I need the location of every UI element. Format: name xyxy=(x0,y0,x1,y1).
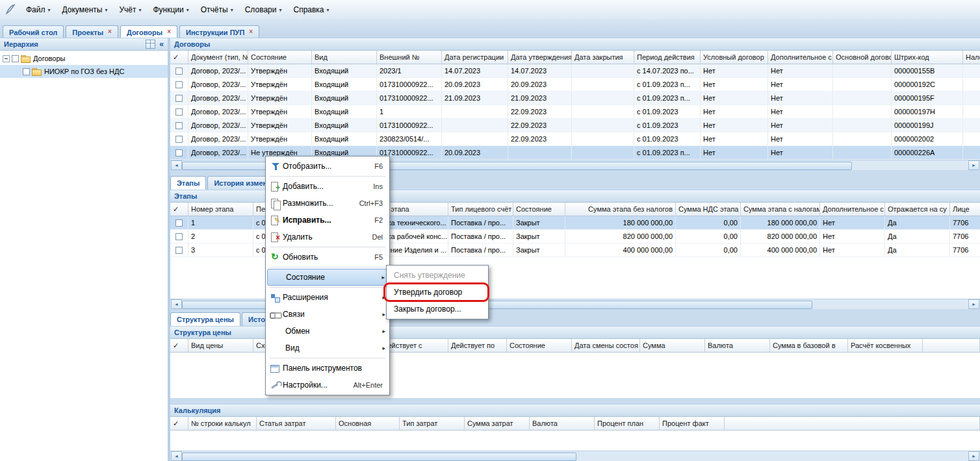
grid-icon[interactable] xyxy=(146,40,155,49)
menu-item-add[interactable]: Добавить...Ins xyxy=(267,178,388,195)
column-header[interactable]: Действует с xyxy=(380,339,448,353)
column-header[interactable]: Процент план xyxy=(595,417,660,430)
table-row[interactable]: Договор, 2023/...УтверждёнВходящий2023/1… xyxy=(170,64,980,78)
close-icon[interactable]: × xyxy=(167,29,171,35)
menubar-item-reports[interactable]: Отчёты▾ xyxy=(196,2,239,18)
scroll-left-icon[interactable]: ◄ xyxy=(171,160,182,170)
column-header[interactable]: Процент факт xyxy=(660,417,725,430)
column-header[interactable]: Сумма этапа без налогов xyxy=(565,203,676,216)
tab-price-structure[interactable]: Структура цены xyxy=(170,312,240,326)
column-header[interactable]: Вид xyxy=(312,51,377,64)
menu-item-view[interactable]: Вид▸ xyxy=(267,340,388,356)
row-checkbox[interactable] xyxy=(175,219,183,227)
column-header[interactable]: Расчёт косвенных xyxy=(848,339,923,353)
scroll-right-icon[interactable]: ► xyxy=(968,299,979,309)
column-header[interactable]: Дата смены состоя xyxy=(572,339,640,353)
column-header[interactable]: Отражается на су xyxy=(885,203,950,216)
column-header[interactable]: Сумма в базовой в xyxy=(770,339,848,353)
scroll-track[interactable] xyxy=(182,452,968,460)
menu-item-links[interactable]: Связи▸ xyxy=(267,306,388,323)
menu-item-edit[interactable]: Исправить...F2 xyxy=(267,212,388,229)
column-header[interactable]: Действует по xyxy=(448,339,507,353)
tree-checkbox[interactable] xyxy=(23,68,30,75)
column-header[interactable]: Статья затрат xyxy=(257,417,336,430)
row-checkbox[interactable] xyxy=(175,136,183,143)
column-header[interactable]: Дата закрытия xyxy=(572,51,634,64)
menubar-item-help[interactable]: Справка▾ xyxy=(288,2,334,18)
column-header[interactable]: Основная xyxy=(336,417,400,430)
collapse-panel-icon[interactable]: « xyxy=(159,40,164,49)
menu-item-settings[interactable]: Настройки...Alt+Enter xyxy=(267,377,388,393)
select-column-header[interactable]: ✓ xyxy=(170,417,188,430)
scroll-thumb[interactable] xyxy=(182,453,576,461)
tab-stages[interactable]: Этапы xyxy=(170,176,206,190)
menubar-item-documents[interactable]: Документы▾ xyxy=(57,2,113,18)
menu-item-toolbar-panel[interactable]: Панель инструментов xyxy=(267,360,388,377)
select-column-header[interactable]: ✓ xyxy=(170,339,188,353)
column-header[interactable]: Состояние xyxy=(513,203,565,216)
table-row[interactable]: Договор, 2023/...УтверждёнВходящий017310… xyxy=(170,119,980,132)
column-header[interactable]: Дополнительное с xyxy=(768,51,833,64)
column-header[interactable]: Штрих-код xyxy=(892,51,963,64)
tree-checkbox[interactable] xyxy=(12,55,19,62)
column-header[interactable]: Лице xyxy=(950,203,980,216)
table-row[interactable]: Договор, 2023/...УтверждёнВходящий122.09… xyxy=(170,105,980,119)
tree-item-niokr-goz-node[interactable]: НИОКР по ГОЗ без НДС xyxy=(0,65,168,78)
table-row[interactable]: Договор, 2023/...УтверждёнВходящий230823… xyxy=(170,132,980,146)
column-header[interactable]: Основной договор xyxy=(833,51,892,64)
row-checkbox[interactable] xyxy=(175,68,183,75)
menu-item-exchange[interactable]: Обмен▸ xyxy=(267,323,388,340)
column-header[interactable]: Вид цены xyxy=(188,339,253,353)
row-checkbox[interactable] xyxy=(175,108,183,116)
table-row[interactable]: Договор, 2023/...УтверждёнВходящий017310… xyxy=(170,78,980,92)
column-header[interactable]: Дата утверждения xyxy=(508,51,572,64)
column-header[interactable]: Валюта xyxy=(705,339,770,353)
menu-item-refresh[interactable]: ОбновитьF5 xyxy=(267,249,388,266)
row-checkbox[interactable] xyxy=(175,81,183,88)
menu-item-duplicate[interactable]: Размножить...Ctrl+F3 xyxy=(267,195,388,212)
submenu-item-approve-contract[interactable]: Утвердить договор xyxy=(388,284,487,301)
column-header[interactable]: Сумма НДС этапа xyxy=(676,203,741,216)
column-header[interactable]: Состояние xyxy=(248,51,312,64)
column-header[interactable]: Условный договор xyxy=(701,51,768,64)
column-header[interactable]: Сумма xyxy=(640,339,705,353)
menubar-item-file[interactable]: Файл▾ xyxy=(21,2,56,18)
row-checkbox[interactable] xyxy=(175,233,183,240)
menu-item-delete[interactable]: УдалитьDel xyxy=(267,229,388,245)
column-header[interactable]: Состояние xyxy=(507,339,572,353)
column-header[interactable]: Дата регистрации xyxy=(442,51,508,64)
scroll-left-icon[interactable]: ◄ xyxy=(171,451,182,461)
column-header[interactable]: Документ (тип, № xyxy=(188,51,248,64)
column-header[interactable]: Сумма затрат xyxy=(465,417,530,430)
column-header[interactable]: № строки калькул xyxy=(188,417,257,430)
column-header[interactable]: Нало xyxy=(963,51,980,64)
select-column-header[interactable]: ✓ xyxy=(170,51,188,64)
row-checkbox[interactable] xyxy=(175,95,183,102)
menubar-item-dictionaries[interactable]: Словари▾ xyxy=(240,2,287,18)
tree-item-contracts-root[interactable]: Договоры xyxy=(0,52,168,65)
close-icon[interactable]: × xyxy=(249,29,253,35)
column-header[interactable]: Сумма этапа с налогами xyxy=(741,203,820,216)
scroll-left-icon[interactable]: ◄ xyxy=(171,299,182,309)
menubar-item-functions[interactable]: Функции▾ xyxy=(148,2,194,18)
menu-item-state[interactable]: Состояние▸ xyxy=(267,269,388,286)
column-header[interactable]: Период действия xyxy=(634,51,701,64)
scroll-right-icon[interactable]: ► xyxy=(968,160,979,170)
column-header[interactable]: Тип лицевого счёт xyxy=(448,203,513,216)
calc-hscrollbar[interactable]: ◄► xyxy=(170,451,980,461)
row-checkbox[interactable] xyxy=(175,247,183,254)
close-icon[interactable]: × xyxy=(108,29,112,35)
column-header[interactable]: Дополнительное с xyxy=(820,203,885,216)
column-header[interactable]: Номер этапа xyxy=(188,203,253,216)
table-row[interactable]: Договор, 2023/...УтверждёнВходящий017310… xyxy=(170,92,980,105)
menu-item-show[interactable]: Отобразить...F6 xyxy=(267,158,388,175)
column-header[interactable]: Внешний № xyxy=(377,51,442,64)
menu-item-extensions[interactable]: Расширения▸ xyxy=(267,289,388,306)
column-header[interactable]: Валюта xyxy=(530,417,595,430)
menubar-item-accounting[interactable]: Учёт▾ xyxy=(114,2,146,18)
scroll-right-icon[interactable]: ► xyxy=(968,451,979,461)
row-checkbox[interactable] xyxy=(175,122,183,129)
expander-icon[interactable] xyxy=(3,55,10,62)
submenu-item-close-contract[interactable]: Закрыть договор... xyxy=(388,301,487,318)
column-header[interactable]: Тип затрат xyxy=(400,417,465,430)
